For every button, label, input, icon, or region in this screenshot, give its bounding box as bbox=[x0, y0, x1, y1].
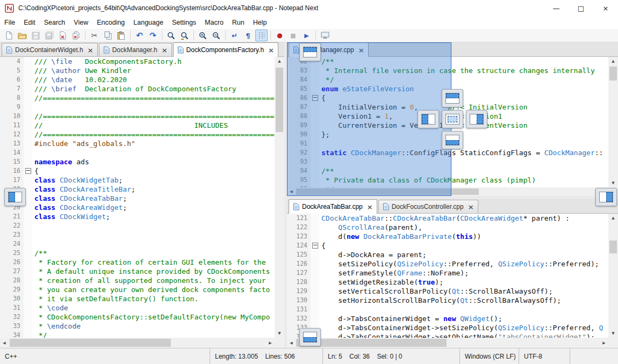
scrollbar-thumb[interactable] bbox=[276, 68, 283, 132]
left-vertical-scrollbar[interactable]: ▲ ▼ bbox=[275, 57, 284, 338]
scroll-right-icon[interactable]: ▶ bbox=[266, 338, 275, 348]
fold-margin bbox=[311, 259, 319, 268]
left-editor[interactable]: 4/// \file DockComponentsFactory.h5/// \… bbox=[0, 57, 275, 338]
copy-button[interactable] bbox=[102, 30, 114, 41]
cut-button[interactable]: ✂ bbox=[88, 30, 100, 41]
code-text: * you can create your own derived dock c… bbox=[32, 285, 270, 294]
play-macro-button[interactable]: ▶ bbox=[300, 30, 313, 41]
scroll-down-icon[interactable]: ▼ bbox=[608, 179, 618, 187]
fold-margin bbox=[311, 296, 319, 305]
close-button[interactable]: × bbox=[593, 0, 618, 16]
stop-macro-button[interactable]: ■ bbox=[287, 30, 299, 41]
fold-margin bbox=[24, 212, 32, 221]
dock-drop-edge-bottom[interactable] bbox=[299, 328, 321, 346]
menu-file[interactable]: File bbox=[0, 16, 19, 29]
page-new-icon bbox=[5, 31, 13, 40]
scrollbar-thumb[interactable] bbox=[10, 339, 171, 347]
left-horizontal-scrollbar[interactable]: ◀ ▶ bbox=[0, 338, 275, 348]
show-all-characters-button[interactable]: ¶ bbox=[242, 30, 254, 41]
scroll-up-icon[interactable]: ▲ bbox=[275, 57, 284, 65]
tab-close-icon[interactable]: × bbox=[367, 203, 373, 211]
menu-help[interactable]: Help bbox=[249, 16, 271, 29]
redo-button[interactable]: ↷ bbox=[147, 30, 159, 41]
find-button[interactable] bbox=[165, 30, 177, 41]
scroll-left-icon[interactable]: ◀ bbox=[287, 338, 296, 348]
scroll-down-icon[interactable]: ▼ bbox=[608, 329, 618, 338]
code-line: 19class CDockAreaTabBar; bbox=[0, 194, 275, 203]
dock-drop-left[interactable] bbox=[418, 110, 439, 128]
code-line: 17class CDockWidgetTab; bbox=[0, 176, 275, 185]
tab-dockfocuscontroller-cpp[interactable]: DockFocusController.cpp× bbox=[378, 200, 478, 213]
tab-close-icon[interactable]: × bbox=[162, 46, 168, 54]
dock-drop-top[interactable] bbox=[442, 89, 463, 107]
dock-drop-edge-right[interactable] bbox=[595, 188, 617, 206]
close-all-button[interactable] bbox=[70, 30, 82, 41]
record-macro-button[interactable]: ● bbox=[274, 30, 286, 41]
scroll-down-icon[interactable]: ▼ bbox=[275, 329, 284, 338]
tab-close-icon[interactable]: × bbox=[88, 46, 94, 54]
menu-edit[interactable]: Edit bbox=[19, 16, 40, 29]
line-number: 128 bbox=[287, 278, 311, 287]
code-line: 20class CDockAreaWidget; bbox=[0, 203, 275, 212]
scroll-up-icon[interactable]: ▲ bbox=[608, 214, 618, 222]
menu-macro[interactable]: Macro bbox=[200, 16, 228, 29]
save-button[interactable] bbox=[30, 30, 42, 41]
fold-margin bbox=[24, 148, 32, 157]
run-button[interactable] bbox=[319, 30, 331, 41]
scroll-up-icon[interactable]: ▲ bbox=[608, 57, 618, 65]
maximize-button[interactable]: □ bbox=[569, 0, 593, 16]
tab-dockcomponentsfactory-h[interactable]: DockComponentsFactory.h× bbox=[173, 42, 278, 57]
app-icon[interactable] bbox=[5, 4, 14, 13]
zoom-in-button[interactable] bbox=[197, 30, 209, 41]
zoom-out-button[interactable] bbox=[210, 30, 222, 41]
status-eol-format[interactable]: Windows (CR LF) bbox=[459, 348, 519, 364]
dock-drop-right[interactable] bbox=[466, 110, 487, 128]
title-bar: C:\CodingXP\cetoni_projects_64bit\QtAdva… bbox=[0, 0, 618, 16]
save-all-button[interactable] bbox=[43, 30, 55, 41]
menu-settings[interactable]: Settings bbox=[168, 16, 200, 29]
bottom-right-horizontal-scrollbar[interactable]: ◀ ▶ bbox=[287, 338, 608, 348]
menu-view[interactable]: View bbox=[69, 16, 92, 29]
fold-margin bbox=[24, 249, 32, 258]
scrollbar-thumb[interactable] bbox=[609, 241, 617, 253]
undo-button[interactable]: ↶ bbox=[133, 30, 146, 41]
bottom-right-editor[interactable]: 121CDockAreaTabBar::CDockAreaTabBar(CDoc… bbox=[287, 214, 608, 338]
fold-margin bbox=[24, 139, 32, 148]
paste-button[interactable] bbox=[115, 30, 127, 41]
indent-guides-button[interactable] bbox=[255, 30, 268, 41]
word-wrap-button[interactable]: ↵ bbox=[228, 30, 241, 41]
page-close-icon bbox=[59, 31, 67, 40]
minimize-button[interactable]: — bbox=[544, 0, 569, 16]
fold-marker[interactable] bbox=[312, 243, 318, 249]
menu-language[interactable]: Language bbox=[129, 16, 168, 29]
tab-close-icon[interactable]: × bbox=[268, 46, 274, 54]
status-encoding[interactable]: UTF-8 bbox=[519, 348, 570, 364]
top-right-vertical-scrollbar[interactable]: ▲ ▼ bbox=[608, 57, 618, 187]
line-number: 17 bbox=[0, 176, 24, 185]
code-text: setVerticalScrollBarPolicy(Qt::ScrollBar… bbox=[319, 287, 552, 296]
open-file-button[interactable] bbox=[16, 30, 28, 41]
line-number: 7 bbox=[0, 84, 24, 93]
tab-dockmanager-h[interactable]: DockManager.h× bbox=[99, 43, 172, 56]
close-file-button[interactable] bbox=[56, 30, 69, 41]
new-file-button[interactable] bbox=[3, 30, 15, 41]
tab-close-icon[interactable]: × bbox=[468, 203, 474, 211]
tab-dockcontainerwidget-h[interactable]: DockContainerWidget.h× bbox=[2, 43, 98, 56]
scrollbar-thumb[interactable] bbox=[609, 67, 617, 81]
menu-run[interactable]: Run bbox=[228, 16, 249, 29]
menu-search[interactable]: Search bbox=[40, 16, 70, 29]
dock-drop-center[interactable] bbox=[442, 110, 463, 128]
bottom-right-vertical-scrollbar[interactable]: ▲ ▼ bbox=[608, 214, 618, 338]
tab-dockareatabbar-cpp[interactable]: DockAreaTabBar.cpp× bbox=[289, 199, 377, 214]
replace-button[interactable] bbox=[178, 30, 191, 41]
left-tab-bar: DockContainerWidget.h×DockManager.h×Dock… bbox=[0, 42, 284, 57]
code-text: d->TabsContainerWidget->setObjectName("t… bbox=[319, 332, 595, 338]
dock-drop-edge-top[interactable] bbox=[299, 43, 321, 61]
menu-encoding[interactable]: Encoding bbox=[92, 16, 129, 29]
dock-drop-edge-left[interactable] bbox=[4, 188, 26, 206]
scroll-left-icon[interactable]: ◀ bbox=[0, 338, 9, 348]
line-number: 5 bbox=[0, 66, 24, 75]
dock-drop-bottom[interactable] bbox=[442, 131, 463, 149]
fold-marker[interactable] bbox=[25, 168, 31, 174]
scroll-right-icon[interactable]: ▶ bbox=[600, 338, 608, 348]
